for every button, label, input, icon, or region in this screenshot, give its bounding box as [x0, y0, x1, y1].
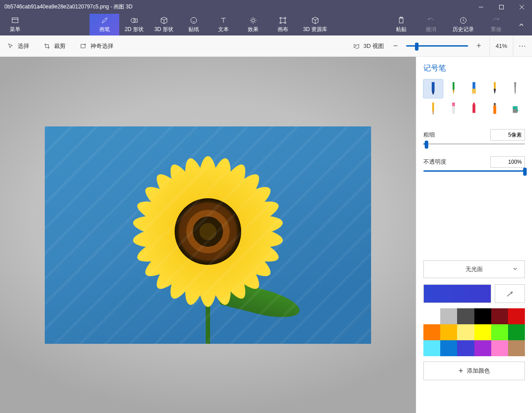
- paste-button[interactable]: 粘贴: [386, 14, 416, 35]
- zoom-in-button[interactable]: +: [474, 42, 483, 51]
- history-button[interactable]: 历史记录: [446, 14, 481, 35]
- svg-rect-10: [399, 18, 403, 23]
- brush-brush[interactable]: [464, 79, 484, 98]
- color-swatch[interactable]: [423, 324, 440, 340]
- finish-label: 无光面: [466, 265, 483, 273]
- svg-rect-19: [472, 89, 476, 94]
- select-label: 选择: [18, 42, 29, 50]
- svg-rect-13: [81, 44, 85, 48]
- color-swatch[interactable]: [457, 340, 474, 356]
- brush-tip[interactable]: [485, 79, 505, 98]
- tab-3d-library-label: 3D 资源库: [303, 26, 328, 33]
- color-swatch[interactable]: [474, 308, 491, 324]
- svg-rect-18: [473, 82, 475, 89]
- brush-stylus[interactable]: [505, 79, 525, 98]
- canvas-image: [164, 160, 218, 236]
- canvas-image: [200, 224, 266, 295]
- zoom-slider[interactable]: [406, 45, 468, 47]
- brush-marker[interactable]: [423, 79, 443, 98]
- tab-canvas[interactable]: 画布: [268, 14, 297, 35]
- tab-text[interactable]: 文本: [208, 14, 238, 35]
- magic-select-label: 神奇选择: [90, 42, 113, 50]
- tab-effects[interactable]: 效果: [238, 14, 268, 35]
- menu-button[interactable]: 菜单: [0, 14, 30, 35]
- canvas-image: [197, 232, 219, 307]
- color-swatch[interactable]: [491, 308, 508, 324]
- brush-spray[interactable]: [485, 100, 505, 118]
- opacity-slider-thumb[interactable]: [523, 168, 527, 176]
- eyedropper-button[interactable]: [495, 284, 525, 303]
- brush-pen[interactable]: [444, 79, 463, 98]
- color-swatch[interactable]: [457, 324, 474, 340]
- panel-title: 记号笔: [423, 63, 525, 73]
- canvas-image: [204, 221, 282, 268]
- color-swatch[interactable]: [474, 324, 491, 340]
- more-options-button[interactable]: ···: [513, 43, 532, 49]
- color-swatch[interactable]: [423, 308, 440, 324]
- color-swatch[interactable]: [440, 308, 457, 324]
- collapse-ribbon-button[interactable]: [511, 14, 532, 35]
- thickness-slider-thumb[interactable]: [425, 141, 428, 149]
- color-swatch[interactable]: [474, 340, 491, 356]
- finish-dropdown[interactable]: 无光面: [423, 260, 525, 278]
- tab-3d-shapes[interactable]: 3D 形状: [149, 14, 179, 35]
- color-swatch[interactable]: [508, 308, 525, 324]
- svg-marker-28: [473, 102, 475, 104]
- properties-panel: 记号笔 粗细 不透明度 无光面: [416, 57, 532, 413]
- svg-rect-26: [452, 106, 455, 114]
- view-3d-label: 3D 视图: [364, 42, 384, 50]
- brush-fill[interactable]: [505, 100, 525, 118]
- zoom-out-button[interactable]: −: [391, 42, 400, 51]
- brush-pencil[interactable]: [423, 100, 443, 118]
- current-color-swatch[interactable]: [423, 284, 491, 303]
- magic-select-tool[interactable]: 神奇选择: [73, 35, 121, 56]
- maximize-button[interactable]: [491, 0, 512, 14]
- crop-tool[interactable]: 裁剪: [36, 35, 73, 56]
- color-swatch[interactable]: [491, 340, 508, 356]
- tab-2d-shapes[interactable]: 2D 形状: [119, 14, 149, 35]
- select-tool[interactable]: 选择: [0, 35, 36, 56]
- tab-3d-library[interactable]: 3D 资源库: [297, 14, 333, 35]
- canvas-image: [199, 226, 253, 303]
- svg-rect-29: [493, 106, 496, 114]
- add-color-button[interactable]: + 添加颜色: [423, 362, 525, 380]
- opacity-slider[interactable]: [423, 170, 525, 172]
- brush-eraser[interactable]: [444, 100, 463, 118]
- svg-point-7: [191, 17, 196, 23]
- svg-marker-24: [433, 114, 433, 115]
- zoom-slider-thumb[interactable]: [415, 43, 419, 51]
- svg-marker-15: [432, 90, 434, 94]
- color-swatch[interactable]: [440, 340, 457, 356]
- workspace: 记号笔 粗细 不透明度 无光面: [0, 57, 532, 413]
- minimize-button[interactable]: [471, 0, 491, 14]
- zoom-controls: − +: [391, 42, 489, 51]
- zoom-percent[interactable]: 41%: [489, 35, 513, 56]
- title-bar: 0b5746cab91a40ea9e28e2a0120797c5.png - 画…: [0, 0, 532, 14]
- close-button[interactable]: [512, 0, 532, 14]
- canvas-image: [197, 156, 219, 232]
- opacity-input[interactable]: [490, 156, 525, 168]
- color-swatch[interactable]: [457, 308, 474, 324]
- undo-button[interactable]: 撤消: [416, 14, 446, 35]
- color-swatch[interactable]: [508, 340, 525, 356]
- color-swatch[interactable]: [508, 324, 525, 340]
- canvas-area[interactable]: [0, 57, 416, 413]
- tab-stickers[interactable]: 贴纸: [179, 14, 208, 35]
- svg-marker-17: [453, 90, 454, 94]
- color-swatch[interactable]: [491, 324, 508, 340]
- undo-label: 撤消: [426, 26, 436, 33]
- sub-toolbar: 选择 裁剪 神奇选择 3D 视图 − + 41% ···: [0, 35, 532, 57]
- menu-label: 菜单: [10, 26, 20, 33]
- tab-canvas-label: 画布: [278, 26, 288, 33]
- color-swatch[interactable]: [423, 340, 440, 356]
- thickness-input[interactable]: [490, 129, 525, 141]
- brush-crayon[interactable]: [464, 100, 484, 118]
- canvas[interactable]: [45, 126, 371, 344]
- window-controls: [471, 0, 532, 14]
- color-swatch[interactable]: [440, 324, 457, 340]
- view-3d-toggle[interactable]: 3D 视图: [346, 35, 391, 56]
- thickness-slider[interactable]: [423, 143, 525, 145]
- tab-brush[interactable]: 画笔: [90, 14, 119, 35]
- svg-rect-4: [12, 18, 18, 23]
- redo-button[interactable]: 重做: [481, 14, 511, 35]
